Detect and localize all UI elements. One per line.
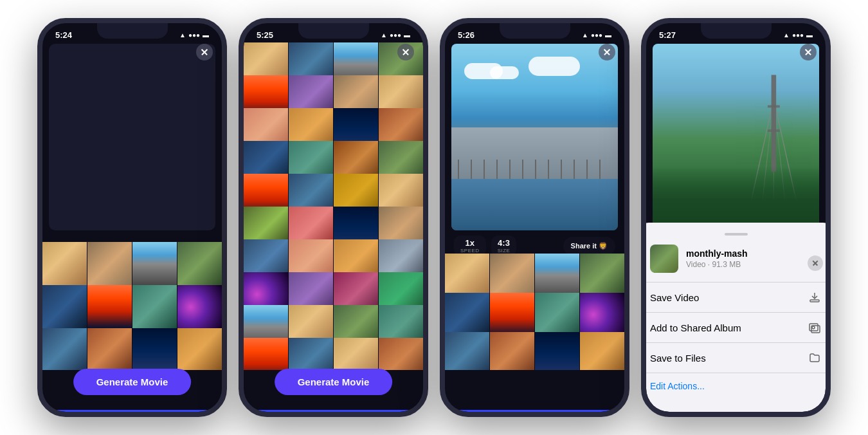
save-video-icon: [808, 290, 822, 304]
cloud: [529, 57, 580, 76]
status-bar-3: 5:26 ▲ ●●● ▬: [445, 27, 624, 42]
video-preview-1: [49, 44, 215, 230]
status-bar-2: 5:25 ▲ ●●● ▬: [244, 27, 423, 42]
svg-point-12: [812, 326, 815, 329]
battery-icon: ▬: [404, 32, 410, 39]
photo-cell: [42, 285, 87, 329]
photo-cell: [87, 328, 132, 370]
status-time-2: 5:25: [257, 30, 273, 40]
photo-cell: [334, 338, 378, 370]
svg-rect-7: [768, 129, 780, 132]
add-to-shared-album-action[interactable]: Add to Shared Album: [646, 312, 826, 342]
progress-bar-1: [42, 410, 222, 412]
close-button-2[interactable]: [397, 44, 414, 60]
signal-icon: ●●●: [792, 32, 804, 39]
share-sheet-close-button[interactable]: [808, 255, 823, 271]
photo-cell: [87, 242, 132, 286]
phone-4-frame: 5:27 ▲ ●●● ▬: [641, 18, 831, 417]
save-to-files-icon: [808, 351, 822, 365]
status-bar-4: 5:27 ▲ ●●● ▬: [646, 27, 826, 42]
share-sheet-info: monthly-mash Video · 91.3 MB: [686, 248, 748, 269]
status-bar-1: 5:24 ▲ ●●● ▬: [42, 27, 222, 42]
phone-3: 5:26 ▲ ●●● ▬: [440, 18, 629, 417]
status-time-4: 5:27: [659, 30, 676, 40]
share-button-3[interactable]: Share it 🦁: [563, 237, 615, 255]
share-sheet-title: monthly-mash: [686, 248, 748, 259]
progress-bar-2: [244, 410, 423, 412]
photo-cell: [87, 285, 132, 329]
photo-grid-1: [42, 242, 222, 370]
wifi-icon: ▲: [381, 32, 387, 39]
photo-cell: [177, 242, 222, 286]
photo-cell: [244, 338, 288, 370]
share-actions: Save Video Add to Shared Album: [646, 282, 826, 373]
close-button-1[interactable]: [196, 44, 213, 60]
close-button-4[interactable]: [800, 44, 817, 60]
photo-cell: [132, 285, 177, 329]
photo-cell: [445, 293, 489, 337]
generate-button-2[interactable]: Generate Movie: [275, 369, 393, 395]
save-to-files-action[interactable]: Save to Files: [646, 342, 826, 373]
photo-grid-3: [445, 254, 624, 370]
wifi-icon: ▲: [179, 32, 186, 39]
phone-3-frame: 5:26 ▲ ●●● ▬: [440, 18, 629, 417]
photo-cell: [177, 328, 222, 370]
water: [451, 179, 618, 230]
close-button-3[interactable]: [599, 44, 615, 60]
railing: [458, 160, 611, 179]
phone-1-frame: 5:24 ▲ ●●● ▬ 1x SPEED 4:3 SIZE: [37, 18, 227, 417]
share-sheet-thumbnail: [650, 245, 678, 273]
speed-label-3: SPEED: [460, 248, 480, 254]
share-sheet-header: monthly-mash Video · 91.3 MB: [646, 245, 826, 282]
photo-cell: [379, 338, 423, 370]
photo-cell: [445, 332, 489, 370]
phone-4: 5:27 ▲ ●●● ▬: [641, 18, 831, 417]
phone-2: 5:25 ▲ ●●● ▬: [239, 18, 428, 417]
battery-icon: ▬: [203, 32, 209, 39]
phone-1: 5:24 ▲ ●●● ▬ 1x SPEED 4:3 SIZE: [37, 18, 227, 417]
status-icons-3: ▲ ●●● ▬: [582, 32, 611, 39]
photo-cell: [580, 332, 624, 370]
share-sheet-subtitle: Video · 91.3 MB: [686, 260, 748, 269]
photo-cell: [490, 293, 534, 337]
progress-bar-3: [445, 410, 624, 412]
signal-icon: ●●●: [188, 32, 200, 39]
photo-cell: [580, 254, 624, 298]
phone-1-screen: 5:24 ▲ ●●● ▬ 1x SPEED 4:3 SIZE: [42, 23, 222, 412]
status-time-1: 5:24: [55, 30, 72, 40]
photo-cell: [490, 254, 534, 298]
photo-cell: [177, 285, 222, 329]
phone-4-screen: 5:27 ▲ ●●● ▬: [646, 23, 826, 412]
main-preview-3: [451, 44, 618, 230]
photo-grid-2: [244, 42, 423, 370]
cloud: [490, 66, 519, 79]
status-icons-2: ▲ ●●● ▬: [381, 32, 410, 39]
svg-rect-10: [809, 324, 818, 331]
generate-button-1[interactable]: Generate Movie: [73, 369, 192, 395]
save-video-action[interactable]: Save Video: [646, 282, 826, 312]
photo-cell: [445, 254, 489, 298]
photo-cell: [289, 338, 333, 370]
photo-cell: [490, 332, 534, 370]
photo-cell: [535, 332, 579, 370]
phone-2-frame: 5:25 ▲ ●●● ▬: [239, 18, 428, 417]
size-value-3: 4:3: [498, 238, 510, 248]
share-sheet: monthly-mash Video · 91.3 MB Save Video: [646, 223, 826, 412]
phone-2-screen: 5:25 ▲ ●●● ▬: [244, 23, 423, 412]
add-to-shared-album-label: Add to Shared Album: [650, 322, 741, 333]
photo-cell: [580, 293, 624, 337]
svg-rect-5: [772, 75, 777, 172]
edit-actions-link[interactable]: Edit Actions...: [646, 373, 826, 399]
battery-icon: ▬: [605, 32, 611, 39]
preview-image-3: [451, 44, 618, 230]
share-sheet-handle: [725, 233, 748, 236]
photo-cell: [42, 242, 87, 286]
status-icons-4: ▲ ●●● ▬: [783, 32, 813, 39]
save-to-files-label: Save to Files: [650, 353, 706, 364]
wifi-icon: ▲: [582, 32, 588, 39]
svg-rect-8: [810, 300, 819, 302]
wifi-icon: ▲: [783, 32, 790, 39]
speed-value-3: 1x: [466, 238, 475, 248]
photo-cell: [42, 328, 87, 370]
signal-icon: ●●●: [591, 32, 602, 39]
